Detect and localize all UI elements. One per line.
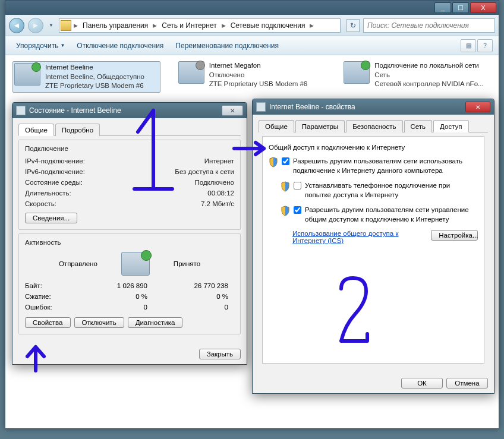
folder-icon: [61, 20, 71, 31]
ipv4-value: Интернет: [204, 157, 234, 165]
chevron-right-icon: ▶: [220, 23, 227, 29]
tab-general[interactable]: Общие: [259, 120, 294, 132]
bytes-label: Байт:: [25, 282, 84, 289]
shield-icon: [281, 206, 290, 216]
disconnect-button[interactable]: Отключить: [74, 317, 124, 328]
disable-connection-button[interactable]: Отключение подключения: [72, 39, 168, 52]
refresh-button[interactable]: ↻: [346, 19, 360, 32]
ok-button[interactable]: ОК: [401, 378, 443, 389]
dialog-close-button[interactable]: ✕: [222, 105, 243, 116]
cancel-button[interactable]: Отмена: [446, 378, 488, 389]
address-bar[interactable]: ▶ Панель управления ▶ Сеть и Интернет ▶ …: [59, 18, 341, 33]
tab-network[interactable]: Сеть: [404, 120, 433, 132]
ipv6-label: IPv6-подключение:: [25, 168, 85, 175]
status-dialog: Состояние - Internet Beeline ✕ Общие Под…: [12, 102, 247, 365]
media-value: Подключено: [195, 179, 235, 186]
media-label: Состояние среды:: [25, 179, 83, 186]
tab-security[interactable]: Безопасность: [346, 120, 402, 132]
ipv4-label: IPv4-подключение:: [25, 157, 85, 165]
speed-value: 7.2 Мбит/с: [201, 200, 234, 207]
dial-on-demand-label: Устанавливать телефонное подключение при…: [305, 181, 478, 200]
help-button[interactable]: ?: [477, 39, 493, 52]
bytes-sent: 1 026 890: [84, 282, 165, 289]
connection-icon: [344, 61, 370, 84]
connection-item[interactable]: Internet Beeline Internet Beeline, Общед…: [12, 61, 160, 93]
duration-label: Длительность:: [25, 190, 71, 197]
shield-icon: [281, 181, 290, 192]
errors-label: Ошибок:: [25, 304, 84, 311]
bytes-recv: 26 770 238: [165, 282, 234, 289]
allow-sharing-checkbox[interactable]: [282, 157, 289, 165]
search-box[interactable]: [363, 18, 495, 33]
dialog-close-button[interactable]: ✕: [465, 102, 490, 112]
section-heading: Общий доступ к подключению к Интернету: [269, 144, 478, 151]
compression-label: Сжатие:: [25, 293, 84, 300]
compression-recv: 0 %: [165, 293, 234, 300]
ipv6-value: Без доступа к сети: [175, 168, 234, 175]
connection-item[interactable]: Internet Megafon Отключено ZTE Proprieta…: [178, 61, 326, 93]
maximize-button[interactable]: ☐: [452, 2, 469, 13]
group-label: Активность: [23, 239, 63, 246]
dialog-titlebar: Internet Beeline - свойства ✕: [253, 99, 494, 115]
errors-sent: 0: [84, 304, 165, 311]
properties-button[interactable]: Свойства: [25, 317, 71, 328]
allow-sharing-label: Разрешить другим пользователям сети испо…: [293, 157, 478, 175]
history-drop-icon[interactable]: ▼: [47, 19, 55, 32]
connection-text: Internet Megafon Отключено ZTE Proprieta…: [209, 61, 308, 93]
allow-control-checkbox[interactable]: [294, 206, 301, 214]
compression-sent: 0 %: [84, 293, 165, 300]
settings-button[interactable]: Настройка...: [431, 230, 478, 241]
crumb-network-connections[interactable]: Сетевые подключения: [227, 21, 309, 30]
properties-dialog: Internet Beeline - свойства ✕ Общие Пара…: [252, 99, 494, 394]
status-tabs: Общие Подробно: [18, 123, 241, 136]
allow-control-label: Разрешить другим пользователям сети упра…: [305, 206, 478, 224]
activity-group: Активность Отправлено Принято Байт:1 026…: [18, 233, 241, 334]
chevron-right-icon: ▶: [73, 23, 79, 29]
back-button[interactable]: ◄: [9, 18, 24, 33]
connection-icon: [14, 63, 40, 86]
dialog-icon: [16, 106, 26, 115]
view-mode-button[interactable]: ▤: [461, 39, 476, 52]
tab-details[interactable]: Подробно: [55, 124, 100, 136]
minimize-button[interactable]: _: [434, 2, 451, 13]
close-button[interactable]: Закрыть: [199, 349, 241, 359]
group-label: Подключение: [23, 145, 71, 152]
crumb-control-panel[interactable]: Панель управления: [79, 21, 152, 30]
forward-button[interactable]: ►: [28, 18, 43, 33]
sent-label: Отправлено: [59, 260, 97, 267]
diagnose-button[interactable]: Диагностика: [128, 317, 183, 328]
dialog-title: Состояние - Internet Beeline: [29, 106, 121, 115]
connection-text: Internet Beeline Internet Beeline, Общед…: [45, 63, 144, 91]
activity-icon: [121, 252, 150, 276]
crumb-network-internet[interactable]: Сеть и Интернет: [158, 21, 220, 30]
command-bar: Упорядочить▼ Отключение подключения Пере…: [5, 36, 499, 55]
dial-on-demand-checkbox[interactable]: [294, 182, 301, 190]
tab-sharing[interactable]: Доступ: [433, 120, 468, 132]
tab-general[interactable]: Общие: [18, 124, 54, 136]
received-label: Принято: [174, 260, 200, 267]
connections-list: Internet Beeline Internet Beeline, Общед…: [5, 55, 499, 99]
dialog-title: Internet Beeline - свойства: [269, 103, 355, 111]
shield-icon: [269, 157, 278, 168]
dialog-icon: [256, 102, 266, 112]
rename-connection-button[interactable]: Переименование подключения: [171, 39, 284, 52]
titlebar: _ ☐ X: [5, 1, 499, 15]
chevron-right-icon: ▶: [152, 23, 158, 29]
tab-options[interactable]: Параметры: [295, 120, 345, 132]
chevron-right-icon: ▶: [308, 23, 315, 29]
connection-item[interactable]: Подключение по локальной сети Сеть Сетев…: [344, 61, 492, 93]
speed-label: Скорость:: [25, 200, 56, 207]
duration-value: 00:08:12: [207, 190, 234, 197]
connection-group: Подключение IPv4-подключение:Интернет IP…: [18, 140, 241, 230]
organize-menu[interactable]: Упорядочить▼: [11, 39, 70, 52]
search-input[interactable]: [367, 21, 491, 30]
details-button[interactable]: Сведения...: [25, 213, 77, 223]
close-button[interactable]: X: [470, 2, 496, 13]
sharing-panel: Общий доступ к подключению к Интернету Р…: [262, 136, 484, 364]
properties-tabs: Общие Параметры Безопасность Сеть Доступ: [259, 119, 488, 132]
connection-icon: [178, 61, 204, 84]
connection-text: Подключение по локальной сети Сеть Сетев…: [374, 61, 483, 93]
ics-help-link[interactable]: Использование общего доступа к Интернету…: [292, 230, 419, 244]
chevron-down-icon: ▼: [60, 43, 65, 48]
nav-row: ◄ ► ▼ ▶ Панель управления ▶ Сеть и Интер…: [5, 15, 499, 36]
